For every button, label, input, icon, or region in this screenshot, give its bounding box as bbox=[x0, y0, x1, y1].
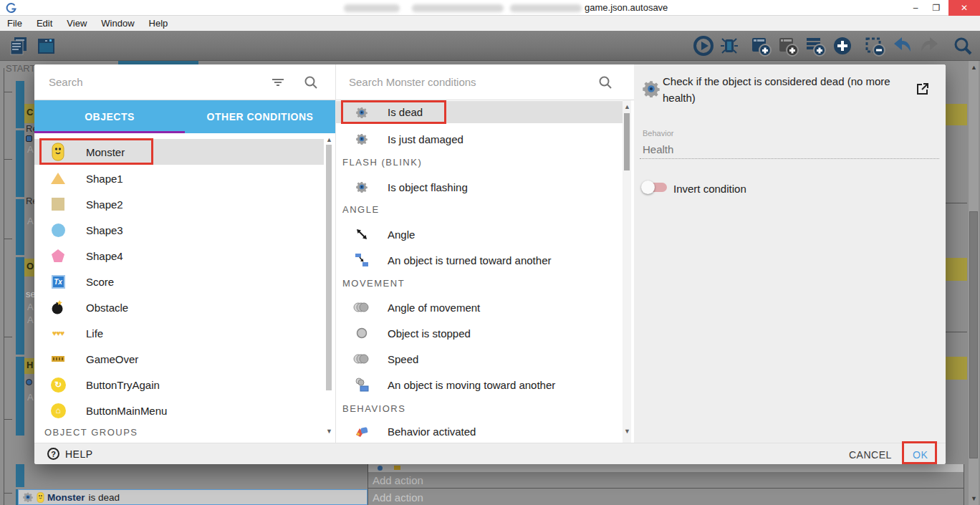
condition-search-input[interactable] bbox=[349, 76, 592, 88]
selected-event-condition-row: Monster is dead bbox=[18, 489, 368, 505]
dialog-footer: ? HELP CANCEL OK bbox=[34, 443, 946, 464]
event-object-name: Monster bbox=[47, 492, 85, 503]
condition-row-is-object-flashing[interactable]: Is object flashing bbox=[336, 175, 623, 198]
play-icon[interactable] bbox=[692, 34, 715, 57]
event-tree-line bbox=[4, 68, 4, 505]
remove-external-icon[interactable] bbox=[863, 34, 886, 57]
redo-icon[interactable] bbox=[918, 34, 941, 57]
turned-toward-icon bbox=[353, 253, 370, 267]
menu-window[interactable]: Window bbox=[94, 18, 141, 29]
annotation-box-monster bbox=[39, 138, 153, 165]
maximize-button[interactable]: ❐ bbox=[926, 0, 946, 16]
cancel-button[interactable]: CANCEL bbox=[849, 449, 892, 461]
scroll-up-icon[interactable]: ▲ bbox=[326, 137, 332, 143]
event-indent-bar bbox=[16, 257, 24, 355]
object-row-gameover[interactable]: GameOver bbox=[34, 346, 324, 372]
condition-mini-icon bbox=[26, 379, 32, 385]
add-plus-icon[interactable] bbox=[831, 34, 854, 57]
blurred-title-segment bbox=[344, 4, 400, 12]
condition-mini-icon bbox=[378, 466, 383, 471]
condition-row-turned-toward[interactable]: An object is turned toward another bbox=[336, 249, 623, 271]
debug-icon[interactable] bbox=[718, 34, 741, 57]
object-list-scrollbar-thumb[interactable] bbox=[326, 145, 332, 390]
object-name: Shape4 bbox=[86, 250, 123, 262]
menu-file[interactable]: File bbox=[0, 18, 29, 29]
event-fragment: A bbox=[27, 302, 34, 312]
condition-label: Angle bbox=[388, 229, 415, 241]
event-fragment: C bbox=[27, 107, 33, 117]
event-fragment: O bbox=[27, 261, 34, 271]
help-button[interactable]: ? HELP bbox=[47, 448, 93, 460]
bomb-icon bbox=[49, 299, 67, 315]
condition-mini-icon bbox=[26, 135, 32, 142]
scroll-up-icon[interactable]: ▲ bbox=[624, 104, 630, 110]
object-name: Life bbox=[86, 327, 103, 340]
section-header: ANGLE bbox=[342, 204, 380, 215]
object-row-obstacle[interactable]: Obstacle bbox=[34, 294, 324, 320]
scroll-down-icon[interactable]: ▼ bbox=[326, 428, 332, 435]
menu-edit[interactable]: Edit bbox=[29, 18, 59, 29]
scroll-down-icon[interactable]: ▼ bbox=[971, 496, 977, 502]
scene-editor-icon[interactable] bbox=[34, 34, 57, 57]
object-search-input[interactable] bbox=[49, 76, 264, 88]
monster-mini-icon bbox=[37, 492, 44, 503]
circle-icon bbox=[49, 223, 67, 237]
event-tree-tick bbox=[4, 337, 12, 337]
object-row-buttontryagain[interactable]: ↻ ButtonTryAgain bbox=[34, 372, 324, 398]
help-icon: ? bbox=[47, 448, 59, 460]
events-scrollbar-thumb[interactable] bbox=[969, 211, 978, 458]
object-row-shape4[interactable]: Shape4 bbox=[34, 243, 324, 269]
condition-row-angle-of-movement[interactable]: Angle of movement bbox=[336, 296, 623, 319]
menu-bar: File Edit View Window Help bbox=[0, 16, 980, 31]
tab-objects[interactable]: OBJECTS bbox=[34, 100, 185, 133]
object-row-life[interactable]: ♥♥♥ Life bbox=[34, 320, 324, 346]
annotation-box-ok bbox=[902, 441, 937, 464]
menu-view[interactable]: View bbox=[59, 18, 94, 29]
invert-toggle-knob[interactable] bbox=[641, 181, 655, 194]
condition-row-object-is-stopped[interactable]: Object is stopped bbox=[336, 322, 623, 345]
tab-other-conditions[interactable]: OTHER CONDITIONS bbox=[185, 100, 335, 133]
minimize-button[interactable]: – bbox=[905, 0, 926, 16]
object-row-shape2[interactable]: Shape2 bbox=[34, 191, 324, 217]
text-object-icon: Tx bbox=[49, 275, 67, 289]
condition-row-behavior-activated[interactable]: Behavior activated bbox=[336, 420, 623, 443]
event-indent-bar bbox=[16, 464, 24, 487]
object-row-score[interactable]: Tx Score bbox=[34, 269, 324, 294]
moving-toward-icon bbox=[353, 377, 370, 392]
search-icon[interactable] bbox=[598, 75, 612, 90]
behavior-field-value[interactable]: Health bbox=[643, 143, 673, 155]
toolbar bbox=[0, 31, 980, 61]
condition-row-is-just-damaged[interactable]: Is just damaged bbox=[336, 128, 623, 150]
object-search-row bbox=[34, 64, 335, 100]
event-fragment: A bbox=[27, 392, 34, 403]
condition-row-speed[interactable]: Speed bbox=[336, 347, 623, 370]
condition-row-moving-toward[interactable]: An object is moving toward another bbox=[336, 373, 623, 396]
object-row-buttonmainmenu[interactable]: ⌂ ButtonMainMenu bbox=[34, 398, 324, 423]
search-icon[interactable] bbox=[951, 34, 974, 57]
filter-icon[interactable] bbox=[271, 75, 285, 90]
add-object-icon[interactable] bbox=[749, 34, 772, 57]
active-tab-indicator bbox=[34, 131, 185, 133]
conditions-scrollbar-thumb[interactable] bbox=[624, 113, 630, 170]
scroll-down-icon[interactable]: ▼ bbox=[624, 428, 630, 435]
open-in-new-icon[interactable] bbox=[916, 82, 930, 96]
add-external-layout-icon[interactable] bbox=[777, 34, 799, 57]
search-icon[interactable] bbox=[304, 75, 318, 90]
object-mini-icon bbox=[394, 466, 400, 470]
window-title: game.json.autosave bbox=[585, 2, 668, 13]
menu-help[interactable]: Help bbox=[142, 18, 176, 29]
close-button[interactable]: ✕ bbox=[948, 0, 980, 16]
object-name: Shape3 bbox=[86, 224, 123, 236]
comment-block bbox=[946, 357, 967, 380]
field-underline bbox=[640, 158, 939, 159]
object-row-shape3[interactable]: Shape3 bbox=[34, 217, 324, 243]
title-bar: game.json.autosave – ❐ ✕ bbox=[0, 0, 980, 16]
object-name: Obstacle bbox=[86, 302, 128, 314]
object-name: Shape1 bbox=[86, 173, 123, 185]
undo-icon[interactable] bbox=[890, 34, 913, 57]
scroll-up-icon[interactable]: ▲ bbox=[971, 64, 977, 71]
condition-row-angle[interactable]: Angle bbox=[336, 223, 623, 246]
object-row-shape1[interactable]: Shape1 bbox=[34, 165, 324, 191]
project-manager-icon[interactable] bbox=[7, 34, 30, 57]
add-external-events-icon[interactable] bbox=[804, 34, 827, 57]
